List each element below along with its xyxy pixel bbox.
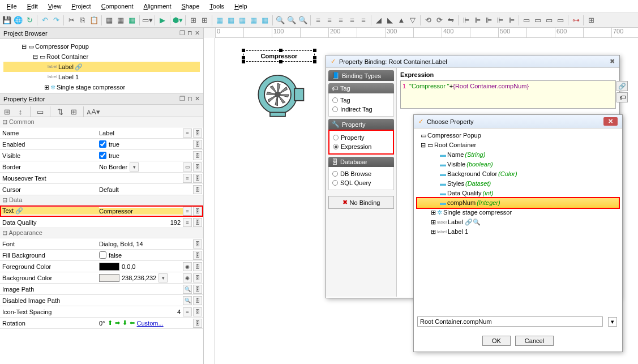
- prop-row-cursor[interactable]: CursorDefault🗄: [0, 184, 203, 195]
- prop-font-icon[interactable]: ᴀA▾: [88, 106, 99, 117]
- property-path-input[interactable]: [417, 316, 603, 327]
- close-icon[interactable]: ✖: [610, 58, 615, 65]
- shape-1[interactable]: ◢: [374, 15, 384, 25]
- cut-icon[interactable]: ✂: [66, 15, 76, 25]
- rect-btn[interactable]: ▭: [183, 162, 192, 172]
- menu-component[interactable]: Component: [97, 1, 138, 11]
- shape-4[interactable]: ▽: [408, 15, 418, 25]
- tree-container[interactable]: Root Container: [46, 52, 88, 62]
- wheel-btn[interactable]: ◉: [183, 273, 192, 282]
- db-btn[interactable]: 🗄: [193, 239, 202, 249]
- rot-3[interactable]: ⇋: [446, 15, 456, 25]
- db-btn[interactable]: 🗄: [193, 319, 202, 328]
- db-btn[interactable]: 🗄: [193, 162, 202, 172]
- expression-editor[interactable]: 1"Compressor " + {Root Container.compNum…: [400, 80, 616, 109]
- misc-1[interactable]: ⊞: [188, 15, 198, 25]
- prop-row-data-quality[interactable]: Data Quality192≡🗄: [0, 217, 203, 228]
- box-icon[interactable]: ⬢▾: [173, 15, 183, 25]
- project-browser-tree[interactable]: ⊟ ▭ Compressor Popup ⊟ ▭ Root Container …: [0, 39, 203, 93]
- insert-tag-button[interactable]: 🏷: [616, 92, 628, 102]
- shape-3[interactable]: ▲: [396, 15, 406, 25]
- db-btn[interactable]: 🗄: [193, 151, 202, 160]
- order-3[interactable]: ▭: [544, 15, 554, 25]
- tree-root[interactable]: Compressor Popup: [35, 41, 89, 52]
- tree-item-compressor[interactable]: Single stage compressor: [57, 82, 125, 92]
- tree-item-label[interactable]: Label: [58, 62, 74, 72]
- menu-edit[interactable]: Edit: [23, 1, 42, 11]
- prop-row-border[interactable]: BorderNo Border▾▭🗄: [0, 161, 203, 173]
- radio-indirect-tag[interactable]: Indirect Tag: [332, 105, 390, 114]
- prop-tree-data-quality[interactable]: ▬ Data Quality (int): [417, 189, 619, 198]
- order-1[interactable]: ▭: [521, 15, 532, 25]
- misc-2[interactable]: ⊞: [199, 15, 209, 25]
- prop-row-fill-background[interactable]: Fill Backgroundfalse🗄: [0, 250, 203, 261]
- dist-1[interactable]: ⊫: [461, 15, 471, 25]
- prop-row-icon-text-spacing[interactable]: Icon-Text Spacing4≡🗄: [0, 306, 203, 318]
- menu-project[interactable]: Project: [67, 1, 95, 11]
- align-2[interactable]: ≡: [324, 15, 335, 25]
- prop-row-mouseover-text[interactable]: Mouseover Text≡🗄: [0, 173, 203, 184]
- db-btn[interactable]: 🗄: [193, 174, 202, 183]
- prop-tool-b[interactable]: ⊞: [68, 106, 79, 117]
- prop-row-image-path[interactable]: Image Path🔍🗄: [0, 284, 203, 295]
- shape-2[interactable]: ◣: [385, 15, 395, 25]
- dist-4[interactable]: ⊫: [495, 15, 505, 25]
- child-tree-label-1[interactable]: ⊞ label Label 1: [417, 227, 619, 237]
- conn-icon[interactable]: ⊶: [571, 15, 581, 25]
- db-btn[interactable]: 🗄: [193, 262, 202, 271]
- zoom-fit-icon[interactable]: 🔍: [286, 15, 297, 25]
- play-icon[interactable]: ▶: [157, 15, 168, 25]
- search-btn[interactable]: 🔍: [183, 285, 192, 294]
- prop-row-disabled-image-path[interactable]: Disabled Image Path🔍🗄: [0, 295, 203, 306]
- db-btn[interactable]: 🗄: [193, 207, 202, 216]
- dist-2[interactable]: ⊫: [472, 15, 482, 25]
- prop-row-enabled[interactable]: Enabledtrue🗄: [0, 139, 203, 150]
- search-btn[interactable]: 🔍: [183, 296, 192, 305]
- menu-view[interactable]: View: [44, 1, 66, 11]
- menu-tools[interactable]: Tools: [205, 1, 229, 11]
- panel-close-icon[interactable]: ✕: [195, 95, 200, 102]
- globe-icon[interactable]: 🌐: [13, 15, 23, 25]
- prop-row-foreground-color[interactable]: Foreground Color0,0,0◉🗄: [0, 261, 203, 272]
- panel-pin-icon[interactable]: ⊓: [187, 29, 192, 37]
- dialog-title-bar[interactable]: ✓ Choose Property ✕: [414, 115, 622, 129]
- dropdown-icon[interactable]: ▭▾: [142, 15, 152, 25]
- db-btn[interactable]: 🗄: [193, 129, 202, 138]
- end-icon[interactable]: ⊞: [586, 15, 596, 25]
- prop-row-background-color[interactable]: Background Color238,236,232▾◉🗄: [0, 272, 203, 284]
- expr-btn[interactable]: ≡: [183, 307, 192, 316]
- radio-db-browse[interactable]: DB Browse: [332, 169, 390, 178]
- tool-a[interactable]: ▦: [104, 15, 114, 25]
- align-5[interactable]: ≡: [358, 15, 369, 25]
- order-4[interactable]: ▭: [555, 15, 566, 25]
- choose-property-tree[interactable]: ▭ Compressor Popup ⊟ ▭ Root Container ▬ …: [414, 129, 622, 239]
- panel-restore-icon[interactable]: ❐: [179, 95, 185, 102]
- prop-row-font[interactable]: FontDialog, Bold, 14🗄: [0, 238, 203, 250]
- dist-5[interactable]: ⊫: [506, 15, 516, 25]
- panel-restore-icon[interactable]: ❐: [179, 29, 185, 37]
- expr-btn[interactable]: ≡: [183, 174, 192, 183]
- menu-alignment[interactable]: Alignment: [139, 1, 176, 11]
- close-icon[interactable]: ✕: [603, 117, 618, 126]
- align-3[interactable]: ≡: [336, 15, 346, 25]
- cancel-button[interactable]: Cancel: [515, 336, 554, 346]
- expr-btn[interactable]: ≡: [183, 207, 192, 216]
- refresh-icon[interactable]: ↻: [24, 15, 35, 25]
- zoom-out-icon[interactable]: 🔍: [275, 15, 285, 25]
- prop-tool-a[interactable]: ▭: [35, 106, 45, 117]
- prop-tree-name[interactable]: ▬ Name (String): [417, 150, 619, 160]
- tool-c[interactable]: ▦: [127, 15, 137, 25]
- tool-b[interactable]: ▦: [115, 15, 126, 25]
- align-4[interactable]: ≡: [347, 15, 357, 25]
- redo-icon[interactable]: ↷: [51, 15, 61, 25]
- undo-icon[interactable]: ↶: [40, 15, 50, 25]
- expr-btn[interactable]: ≡: [183, 218, 192, 227]
- db-btn[interactable]: 🗄: [193, 185, 202, 194]
- child-tree-label[interactable]: ⊞ label Label 🔗🔍: [417, 217, 619, 227]
- copy-icon[interactable]: ⎘: [78, 15, 88, 25]
- prop-sort-icon[interactable]: ↕: [15, 106, 25, 117]
- menu-file[interactable]: File: [2, 1, 22, 11]
- wheel-btn[interactable]: ◉: [183, 262, 192, 271]
- db-btn[interactable]: 🗄: [193, 273, 202, 282]
- radio-expression[interactable]: Expression: [333, 142, 389, 151]
